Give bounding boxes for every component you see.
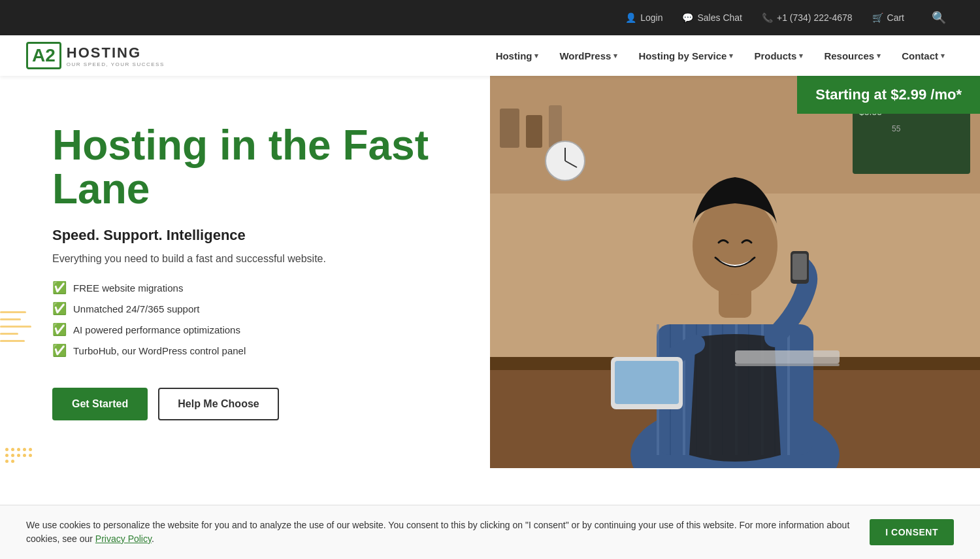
- nav-label-hosting-by-service: Hosting by Service: [638, 50, 727, 61]
- chevron-down-icon: ▾: [799, 52, 803, 60]
- chevron-down-icon: ▾: [729, 52, 733, 60]
- hero-buttons: Get Started Help Me Choose: [52, 388, 451, 420]
- check-icon: ✅: [52, 301, 67, 316]
- sales-chat-label: Sales Chat: [697, 12, 742, 23]
- cart-icon: 🛒: [872, 12, 883, 23]
- svg-point-19: [693, 197, 777, 295]
- nav-link-wordpress[interactable]: WordPress ▾: [550, 44, 627, 68]
- login-link[interactable]: 👤 Login: [625, 12, 662, 23]
- svg-rect-21: [792, 254, 807, 280]
- nav-item-hosting-by-service: Hosting by Service ▾: [629, 44, 742, 68]
- svg-rect-29: [500, 109, 519, 148]
- svg-rect-30: [526, 115, 542, 148]
- logo-hosting-text: HOSTING: [67, 44, 165, 61]
- chevron-down-icon: ▾: [877, 52, 881, 60]
- feature-item-1: ✅ FREE website migrations: [52, 280, 451, 295]
- feature-item-3: ✅ AI powered performance optimizations: [52, 322, 451, 337]
- check-icon: ✅: [52, 322, 67, 337]
- nav-label-products: Products: [754, 50, 796, 61]
- logo[interactable]: A2 HOSTING OUR SPEED, YOUR SUCCESS: [26, 42, 165, 69]
- nav-item-products: Products ▾: [745, 44, 812, 68]
- help-me-choose-button[interactable]: Help Me Choose: [158, 388, 278, 420]
- nav-link-hosting-by-service[interactable]: Hosting by Service ▾: [629, 44, 742, 68]
- feature-item-2: ✅ Unmatched 24/7/365 support: [52, 301, 451, 316]
- nav-item-hosting: Hosting ▾: [487, 44, 548, 68]
- nav-link-products[interactable]: Products ▾: [745, 44, 812, 68]
- hero-content: Hosting in the Fast Lane Speed. Support.…: [0, 76, 490, 468]
- svg-rect-17: [787, 324, 790, 455]
- feature-item-4: ✅ TurboHub, our WordPress control panel: [52, 343, 451, 358]
- hero-section: Hosting in the Fast Lane Speed. Support.…: [0, 76, 980, 468]
- svg-rect-24: [735, 350, 840, 364]
- cart-label: Cart: [887, 12, 904, 23]
- price-badge: Starting at $2.99 /mo*: [797, 76, 980, 114]
- check-icon: ✅: [52, 280, 67, 295]
- nav-label-hosting: Hosting: [496, 50, 532, 61]
- feature-label-4: TurboHub, our WordPress control panel: [73, 345, 246, 356]
- phone-number: +1 (734) 222-4678: [777, 12, 853, 23]
- feature-label-2: Unmatched 24/7/365 support: [73, 303, 199, 314]
- hero-image: $3.55 55: [490, 76, 980, 468]
- cart-link[interactable]: 🛒 Cart: [872, 12, 904, 23]
- price-badge-text: Starting at $2.99 /mo*: [815, 86, 962, 103]
- svg-rect-25: [735, 364, 840, 366]
- nav-link-resources[interactable]: Resources ▾: [815, 44, 890, 68]
- phone-link[interactable]: 📞 +1 (734) 222-4678: [762, 12, 853, 23]
- chevron-down-icon: ▾: [941, 52, 945, 60]
- hero-features-list: ✅ FREE website migrations ✅ Unmatched 24…: [52, 280, 451, 364]
- search-button[interactable]: 🔍: [924, 5, 954, 30]
- nav-label-resources: Resources: [824, 50, 874, 61]
- chevron-down-icon: ▾: [534, 52, 538, 60]
- check-icon: ✅: [52, 343, 67, 358]
- nav-item-contact: Contact ▾: [892, 44, 954, 68]
- nav-item-resources: Resources ▾: [815, 44, 890, 68]
- nav-menu: Hosting ▾ WordPress ▾ Hosting by Service…: [487, 44, 954, 68]
- nav-label-contact: Contact: [902, 50, 938, 61]
- nav-label-wordpress: WordPress: [559, 50, 611, 61]
- hero-image-area: Starting at $2.99 /mo*: [490, 76, 980, 468]
- nav-link-hosting[interactable]: Hosting ▾: [487, 44, 548, 68]
- top-bar: 👤 Login 💬 Sales Chat 📞 +1 (734) 222-4678…: [0, 0, 980, 35]
- hero-subtitle: Speed. Support. Intelligence: [52, 227, 451, 244]
- get-started-button[interactable]: Get Started: [52, 388, 148, 420]
- hero-title: Hosting in the Fast Lane: [52, 124, 451, 211]
- logo-a2-text: A2: [32, 45, 56, 65]
- nav-link-contact[interactable]: Contact ▾: [892, 44, 954, 68]
- phone-icon: 📞: [762, 12, 773, 23]
- chat-icon: 💬: [682, 12, 693, 23]
- svg-text:55: 55: [892, 124, 901, 133]
- feature-label-1: FREE website migrations: [73, 282, 183, 294]
- sales-chat-link[interactable]: 💬 Sales Chat: [682, 12, 742, 23]
- hero-description: Everything you need to build a fast and …: [52, 253, 451, 265]
- main-nav: A2 HOSTING OUR SPEED, YOUR SUCCESS Hosti…: [0, 35, 980, 76]
- svg-rect-23: [615, 361, 679, 404]
- chevron-down-icon: ▾: [613, 52, 617, 60]
- user-icon: 👤: [625, 12, 636, 23]
- login-label: Login: [640, 12, 662, 23]
- hero-illustration: $3.55 55: [490, 76, 980, 468]
- feature-label-3: AI powered performance optimizations: [73, 324, 240, 335]
- logo-tagline-text: OUR SPEED, YOUR SUCCESS: [67, 61, 165, 67]
- nav-item-wordpress: WordPress ▾: [550, 44, 627, 68]
